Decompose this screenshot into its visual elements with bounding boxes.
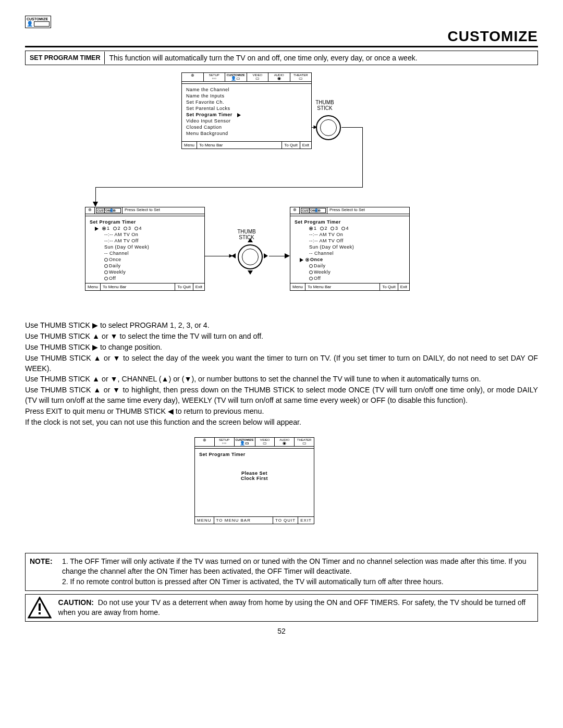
section-heading-row: SET PROGRAM TIMER This function will aut… [25, 51, 538, 65]
warning-triangle-icon [26, 595, 54, 621]
diagram: ⊕ SETUP◦◦◦ CUSTOMIZE👤▭ VIDEO▭ AUDIO◉ THE… [25, 72, 538, 317]
instructions: Use THUMB STICK ▶ to select PROGRAM 1, 2… [25, 320, 538, 428]
osd-clock-warning: ⊕ SETUP◦◦◦ CUSTOMIZE👤▭ VIDEO▭ AUDIO◉ THE… [194, 437, 314, 524]
thumbstick-icon [316, 115, 341, 140]
svg-rect-2 [39, 612, 41, 614]
person-icon: 👤 [27, 21, 33, 27]
osd-customize-menu: ⊕ SETUP◦◦◦ CUSTOMIZE👤▭ VIDEO▭ AUDIO◉ THE… [181, 72, 312, 149]
page-title: CUSTOMIZE [25, 28, 538, 47]
pointer-right-icon [237, 113, 241, 117]
note-box: NOTE: 1. The OFF Timer will only activat… [25, 553, 538, 591]
thumbstick-icon-2 [238, 244, 263, 269]
section-description: This function will automatically turn th… [105, 51, 421, 65]
thumbstick-label: THUMB STICK [312, 100, 338, 111]
osd-clock-warning-wrap: ⊕ SETUP◦◦◦ CUSTOMIZE👤▭ VIDEO▭ AUDIO◉ THE… [25, 437, 538, 541]
thumbstick-label-2: THUMB STICK [234, 229, 260, 240]
osd-timer-before: ⊕ CUSTOMIZE👤▭ Press Select to Set Set Pr… [85, 207, 205, 291]
page-number: 52 [25, 627, 538, 635]
osd-menubar: ⊕ SETUP◦◦◦ CUSTOMIZE👤▭ VIDEO▭ AUDIO◉ THE… [182, 73, 311, 82]
customize-chip-icon: CUSTOMIZE 👤 [25, 16, 51, 28]
osd-timer-after: ⊕ CUSTOMIZE👤▭ Press Select to Set Set Pr… [290, 207, 410, 291]
section-heading: SET PROGRAM TIMER [26, 52, 105, 64]
svg-rect-1 [39, 603, 41, 611]
caution-box: CAUTION: Do not use your TV as a deterre… [25, 594, 538, 622]
